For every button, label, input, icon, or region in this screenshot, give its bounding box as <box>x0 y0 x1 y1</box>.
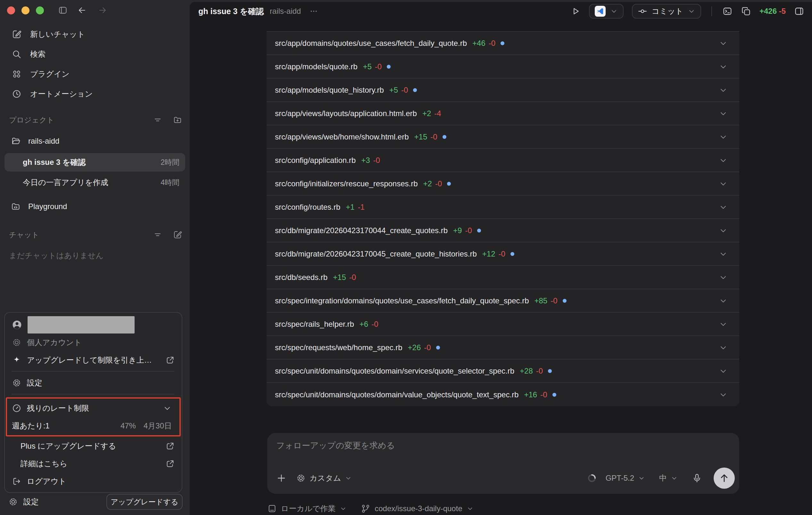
model-dropdown[interactable]: GPT-5.2 <box>606 473 645 483</box>
file-path: src/spec/requests/web/home_spec.rb <box>275 343 403 352</box>
file-row[interactable]: src/db/seeds.rb+15-0 <box>267 266 739 289</box>
file-row[interactable]: src/spec/integration/domains/quotes/use_… <box>267 289 739 313</box>
project-item-playground[interactable]: Playground <box>0 196 190 216</box>
file-row[interactable]: src/app/views/layouts/application.html.e… <box>267 102 739 126</box>
footer-settings-label[interactable]: 設定 <box>23 497 39 507</box>
back-icon[interactable] <box>77 5 87 15</box>
menu-item-details[interactable]: 詳細はこちら <box>5 455 182 472</box>
diff-removed: -0 <box>540 390 547 399</box>
menu-divider <box>12 394 175 395</box>
run-icon[interactable] <box>570 6 581 16</box>
menu-item-logout[interactable]: ログアウト <box>5 472 182 490</box>
file-row[interactable]: src/db/migrate/20260423170045_create_quo… <box>267 242 739 266</box>
commit-button[interactable]: コミット <box>632 4 701 19</box>
file-row[interactable]: src/app/models/quote_history.rb+5-0 <box>267 79 739 102</box>
diff-added: +3 <box>361 156 370 165</box>
composer-input[interactable] <box>276 440 725 460</box>
project-item-rails-aidd[interactable]: rails-aidd <box>0 131 190 151</box>
filter-icon[interactable] <box>153 115 162 125</box>
menu-item-personal-account[interactable]: 個人アカウント <box>5 333 182 351</box>
file-row[interactable]: src/app/views/web/home/show.html.erb+15-… <box>267 126 739 149</box>
file-row[interactable]: src/config/routes.rb+1-1 <box>267 196 739 219</box>
forward-icon[interactable] <box>98 5 107 15</box>
sidebar-item-label: プラグイン <box>30 69 69 79</box>
menu-item-upgrade-limits[interactable]: アップグレードして制限を引き上… <box>5 351 182 369</box>
sidebar-item-automation[interactable]: オートメーション <box>0 84 190 104</box>
chevron-down-icon[interactable] <box>719 343 728 352</box>
total-added: +426 <box>759 7 777 16</box>
gear-icon[interactable] <box>8 497 18 507</box>
diff-removed: -0 <box>435 179 442 188</box>
task-item-daily-word-app[interactable]: 今日の一言アプリを作成 4時間 <box>4 173 185 192</box>
effort-dropdown[interactable]: 中 <box>659 473 678 483</box>
chevron-down-icon[interactable] <box>163 404 172 413</box>
chevron-down-icon[interactable] <box>719 109 728 118</box>
terminal-icon[interactable] <box>722 6 732 16</box>
upgrade-button[interactable]: アップグレードする <box>106 494 183 510</box>
custom-mode-dropdown[interactable]: カスタム <box>296 473 352 483</box>
file-row[interactable]: src/app/domains/quotes/use_cases/fetch_d… <box>267 32 739 55</box>
branch-dropdown[interactable]: codex/issue-3-daily-quote <box>361 504 473 513</box>
account-menu: 個人アカウント アップグレードして制限を引き上… 設定 残りのレート制限 <box>4 312 182 493</box>
more-options-icon[interactable] <box>309 7 318 16</box>
rate-limit-title: 残りのレート制限 <box>27 403 89 413</box>
sidebar-item-search[interactable]: 検索 <box>0 44 190 64</box>
chevron-down-icon[interactable] <box>719 203 728 212</box>
total-diff-stat: +426 -5 <box>759 7 786 16</box>
file-row[interactable]: src/spec/rails_helper.rb+6-0 <box>267 313 739 336</box>
file-row[interactable]: src/app/models/quote.rb+5-0 <box>267 55 739 79</box>
file-row[interactable]: src/spec/requests/web/home_spec.rb+26-0 <box>267 336 739 359</box>
file-row[interactable]: src/db/migrate/20260423170044_create_quo… <box>267 219 739 242</box>
account-user-row[interactable] <box>5 316 182 333</box>
diff-added: +6 <box>359 320 368 329</box>
new-chat-icon[interactable] <box>173 230 182 239</box>
chevron-down-icon[interactable] <box>719 179 728 188</box>
close-window-button[interactable] <box>7 6 15 15</box>
file-row[interactable]: src/config/initializers/rescue_responses… <box>267 172 739 196</box>
sidebar-item-plugins[interactable]: プラグイン <box>0 64 190 84</box>
chevron-down-icon[interactable] <box>719 273 728 282</box>
chevron-down-icon[interactable] <box>719 249 728 259</box>
zoom-window-button[interactable] <box>36 6 44 15</box>
sidebar-item-label: 検索 <box>30 49 46 59</box>
sidebar-item-new-chat[interactable]: 新しいチャット <box>0 24 190 44</box>
filter-icon[interactable] <box>153 230 162 239</box>
menu-item-upgrade-plus[interactable]: Plus にアップグレードする <box>5 437 182 455</box>
chevron-down-icon[interactable] <box>719 156 728 165</box>
chevron-down-icon[interactable] <box>719 320 728 329</box>
file-path: src/spec/unit/domains/quotes/domain/valu… <box>275 390 519 399</box>
task-item-gh-issue-3[interactable]: gh issue 3 を確認 2時間 <box>4 153 185 171</box>
file-row[interactable]: src/config/application.rb+3-0 <box>267 149 739 172</box>
chevron-down-icon[interactable] <box>719 132 728 141</box>
toggle-sidebar-icon[interactable] <box>58 5 68 15</box>
chevron-down-icon[interactable] <box>719 62 728 71</box>
diff-added: +2 <box>423 179 432 188</box>
rate-limit-reset-date: 4月30日 <box>144 421 172 431</box>
unread-dot <box>500 42 504 45</box>
copy-icon[interactable] <box>741 6 751 16</box>
chevron-down-icon[interactable] <box>719 296 728 305</box>
menu-item-settings[interactable]: 設定 <box>5 374 182 391</box>
file-row[interactable]: src/spec/unit/domains/quotes/domain/valu… <box>267 383 739 406</box>
file-row[interactable]: src/spec/unit/domains/quotes/domain/serv… <box>267 359 739 383</box>
rate-limit-header[interactable]: 残りのレート制限 <box>6 399 180 417</box>
add-project-icon[interactable] <box>173 115 182 125</box>
chevron-down-icon[interactable] <box>719 390 728 399</box>
send-button[interactable] <box>714 467 735 489</box>
chevron-down-icon[interactable] <box>719 39 728 48</box>
chevron-down-icon[interactable] <box>719 86 728 94</box>
chevron-down-icon <box>671 475 678 482</box>
external-link-icon <box>166 441 175 451</box>
work-mode-dropdown[interactable]: ローカルで作業 <box>267 504 347 514</box>
diff-removed: -4 <box>434 109 441 118</box>
microphone-icon[interactable] <box>692 473 702 483</box>
model-label: GPT-5.2 <box>606 473 634 483</box>
chevron-down-icon[interactable] <box>719 367 728 376</box>
composer: カスタム GPT-5.2 中 <box>267 433 739 494</box>
minimize-window-button[interactable] <box>22 6 29 15</box>
rate-limit-period: 週あたり:1 <box>12 421 50 431</box>
panel-right-icon[interactable] <box>794 6 804 16</box>
attach-plus-icon[interactable] <box>276 473 287 483</box>
open-in-editor-button[interactable] <box>589 4 624 19</box>
chevron-down-icon[interactable] <box>719 226 728 235</box>
